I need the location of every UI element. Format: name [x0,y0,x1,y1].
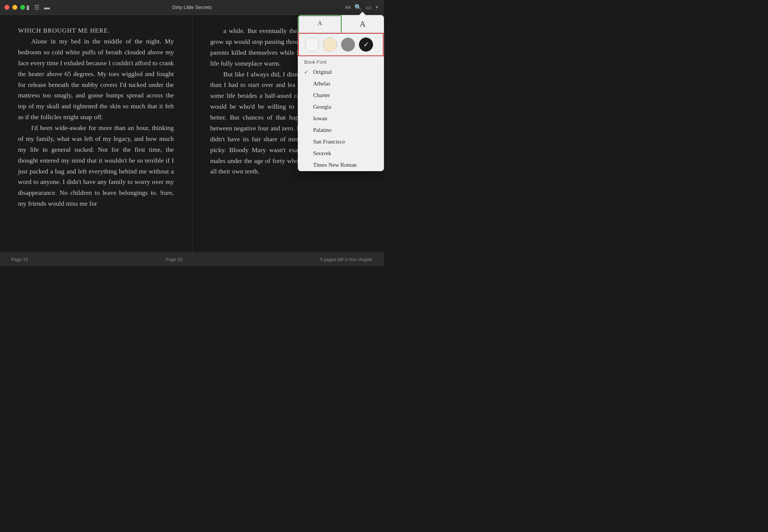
page-number-left: Page 15 [11,257,28,262]
font-item-athelas[interactable]: Athelas [298,78,384,90]
font-item-iowan[interactable]: Iowan [298,113,384,124]
font-name-palatino: Palatino [313,127,378,133]
font-size-large-tab[interactable]: A [342,15,384,33]
title-bar: ▮ ☰ ▬ Dirty Little Secrets AA 🔍 ▭ ▼ [0,0,384,15]
maximize-button[interactable] [20,5,25,10]
font-name-sf: San Francisco [313,139,378,145]
font-name-athelas: Athelas [313,81,378,87]
font-small-label: A [318,20,322,26]
page-number-right: Page 16 [166,257,183,262]
chapter-start-text: Which brought me here. [18,25,174,36]
font-large-label: A [360,19,366,28]
bookmark-icon[interactable]: ▭ [366,4,371,11]
page-left-paragraph-1: Alone in my bed in the middle of the nig… [18,36,174,123]
theme-swatch-row: ✓ [298,33,384,56]
font-size-small-tab[interactable]: A [298,15,342,33]
font-size-icon[interactable]: AA [345,4,351,10]
theme-gray-swatch[interactable] [341,37,355,52]
footer: Page 15 Page 16 5 pages left in this cha… [0,253,384,266]
toolbar-right-icons: AA 🔍 ▭ ▼ [345,4,379,11]
font-list: ✓ Original Athelas Charter Georgia Iowan… [298,66,384,171]
window-controls [4,5,25,10]
page-left-paragraph-2: I'd been wide-awake for more than an hou… [18,123,174,209]
font-name-georgia: Georgia [313,104,378,110]
font-size-tabs: A A [298,15,384,33]
font-name-charter: Charter [313,92,378,99]
pages-icon[interactable]: ▬ [44,4,50,11]
font-item-palatino[interactable]: Palatino [298,124,384,136]
close-button[interactable] [4,5,9,10]
window-title: Dirty Little Secrets [172,4,212,10]
font-item-san-francisco[interactable]: San Francisco [298,136,384,148]
font-check-original: ✓ [304,69,310,75]
font-item-charter[interactable]: Charter [298,90,384,101]
theme-selected-check: ✓ [363,40,369,49]
toolbar-left-icons: ▮ ☰ ▬ [26,4,50,11]
search-icon[interactable]: 🔍 [354,4,362,11]
list-icon[interactable]: ☰ [34,4,39,11]
font-name-iowan: Iowan [313,115,378,122]
page-left: Which brought me here. Alone in my bed i… [0,15,192,253]
font-item-times[interactable]: Times New Roman [298,159,384,171]
theme-sepia-swatch[interactable] [323,37,337,52]
theme-white-swatch[interactable] [305,37,319,52]
font-name-seravek: Seravek [313,150,378,157]
font-item-seravek[interactable]: Seravek [298,148,384,159]
font-popover: A A ✓ Book Font ✓ Original Athelas Chart… [298,15,384,171]
font-section-label: Book Font [298,56,384,66]
font-item-georgia[interactable]: Georgia [298,101,384,113]
minimize-button[interactable] [12,5,17,10]
bookmarks-icon[interactable]: ▮ [26,4,30,11]
font-name-times: Times New Roman [313,162,378,168]
pages-left-info: 5 pages left in this chapter [320,257,373,262]
theme-dark-swatch[interactable]: ✓ [359,37,373,52]
font-name-original: Original [313,69,378,75]
font-item-original[interactable]: ✓ Original [298,66,384,78]
dropdown-icon[interactable]: ▼ [375,5,379,9]
